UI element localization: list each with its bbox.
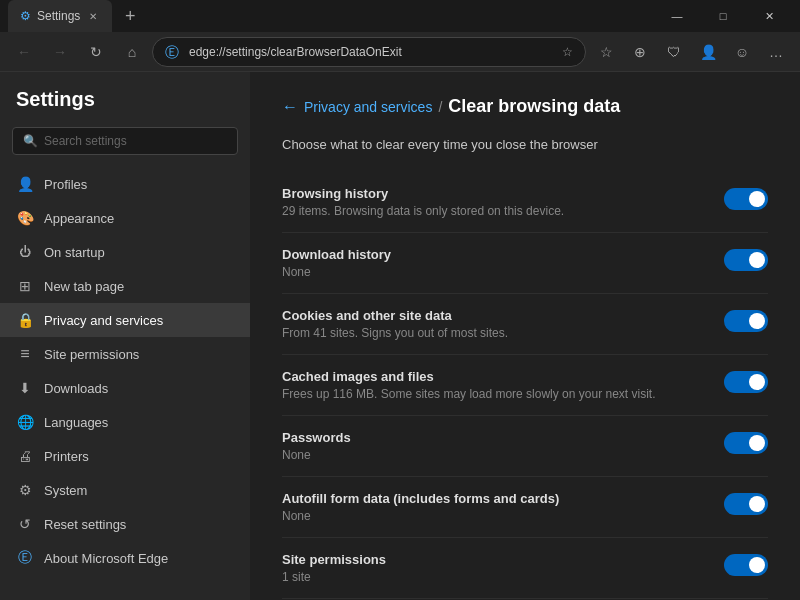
favorites-icon[interactable]: ☆ [590, 36, 622, 68]
page-description: Choose what to clear every time you clos… [282, 137, 768, 152]
setting-text-cached-images: Cached images and files Frees up 116 MB.… [282, 369, 708, 401]
title-bar-left: ⚙ Settings ✕ + [8, 0, 144, 32]
sidebar-item-new-tab[interactable]: ⊞ New tab page [0, 269, 250, 303]
toggle-thumb-autofill [749, 496, 765, 512]
search-icon: 🔍 [23, 134, 38, 148]
sidebar-label-newtab: New tab page [44, 279, 124, 294]
address-bar[interactable]: Ⓔ edge://settings/clearBrowserDataOnExit… [152, 37, 586, 67]
sidebar-item-profiles[interactable]: 👤 Profiles [0, 167, 250, 201]
breadcrumb-back-button[interactable]: ← [282, 98, 298, 116]
toggle-download-history[interactable] [724, 249, 768, 271]
setting-desc-download-history: None [282, 265, 708, 279]
system-icon: ⚙ [16, 481, 34, 499]
toggle-site-permissions[interactable] [724, 554, 768, 576]
sidebar-item-system[interactable]: ⚙ System [0, 473, 250, 507]
nav-bar: ← → ↻ ⌂ Ⓔ edge://settings/clearBrowserDa… [0, 32, 800, 72]
profile-icon[interactable]: 👤 [692, 36, 724, 68]
setting-text-cookies: Cookies and other site data From 41 site… [282, 308, 708, 340]
minimize-button[interactable]: — [654, 0, 700, 32]
sidebar-item-privacy[interactable]: 🔒 Privacy and services [0, 303, 250, 337]
sidebar-label-printers: Printers [44, 449, 89, 464]
breadcrumb-separator: / [438, 99, 442, 115]
sidebar-item-on-startup[interactable]: ⏻ On startup [0, 235, 250, 269]
back-button[interactable]: ← [8, 36, 40, 68]
setting-label-cookies: Cookies and other site data [282, 308, 708, 323]
sidebar-label-about: About Microsoft Edge [44, 551, 168, 566]
setting-text-autofill: Autofill form data (includes forms and c… [282, 491, 708, 523]
toggle-passwords[interactable] [724, 432, 768, 454]
setting-desc-cached-images: Frees up 116 MB. Some sites may load mor… [282, 387, 708, 401]
newtab-icon: ⊞ [16, 277, 34, 295]
setting-item-browsing-history: Browsing history 29 items. Browsing data… [282, 172, 768, 233]
window-controls: — □ ✕ [654, 0, 792, 32]
setting-label-site-permissions: Site permissions [282, 552, 708, 567]
setting-item-cookies: Cookies and other site data From 41 site… [282, 294, 768, 355]
sidebar-item-reset[interactable]: ↺ Reset settings [0, 507, 250, 541]
settings-more-icon[interactable]: … [760, 36, 792, 68]
setting-desc-cookies: From 41 sites. Signs you out of most sit… [282, 326, 708, 340]
feedback-icon[interactable]: ☺ [726, 36, 758, 68]
setting-label-browsing-history: Browsing history [282, 186, 708, 201]
toggle-cookies[interactable] [724, 310, 768, 332]
startup-icon: ⏻ [16, 243, 34, 261]
url-display: edge://settings/clearBrowserDataOnExit [189, 45, 554, 59]
sidebar-label-system: System [44, 483, 87, 498]
setting-label-download-history: Download history [282, 247, 708, 262]
sidebar-label-downloads: Downloads [44, 381, 108, 396]
forward-button[interactable]: → [44, 36, 76, 68]
sidebar-label-profiles: Profiles [44, 177, 87, 192]
search-settings-box[interactable]: 🔍 Search settings [12, 127, 238, 155]
browser-essentials-icon[interactable]: 🛡 [658, 36, 690, 68]
new-tab-button[interactable]: + [116, 2, 144, 30]
close-button[interactable]: ✕ [746, 0, 792, 32]
about-edge-icon: Ⓔ [16, 549, 34, 567]
home-button[interactable]: ⌂ [116, 36, 148, 68]
sidebar-item-appearance[interactable]: 🎨 Appearance [0, 201, 250, 235]
breadcrumb-privacy-link[interactable]: Privacy and services [304, 99, 432, 115]
setting-label-passwords: Passwords [282, 430, 708, 445]
setting-item-site-permissions: Site permissions 1 site [282, 538, 768, 599]
sidebar-item-site-permissions[interactable]: ≡ Site permissions [0, 337, 250, 371]
toggle-autofill[interactable] [724, 493, 768, 515]
title-bar: ⚙ Settings ✕ + — □ ✕ [0, 0, 800, 32]
page-title: Clear browsing data [448, 96, 620, 117]
sidebar-label-reset: Reset settings [44, 517, 126, 532]
sidebar-title: Settings [0, 88, 250, 127]
setting-label-cached-images: Cached images and files [282, 369, 708, 384]
sidebar-item-printers[interactable]: 🖨 Printers [0, 439, 250, 473]
setting-text-site-permissions: Site permissions 1 site [282, 552, 708, 584]
setting-desc-site-permissions: 1 site [282, 570, 708, 584]
setting-item-passwords: Passwords None [282, 416, 768, 477]
sidebar-label-site-permissions: Site permissions [44, 347, 139, 362]
maximize-button[interactable]: □ [700, 0, 746, 32]
toggle-thumb-cookies [749, 313, 765, 329]
tab-bar: ⚙ Settings ✕ + [8, 0, 144, 32]
sidebar-item-downloads[interactable]: ⬇ Downloads [0, 371, 250, 405]
toggle-browsing-history[interactable] [724, 188, 768, 210]
edge-logo-icon: Ⓔ [165, 44, 181, 60]
star-icon[interactable]: ☆ [562, 45, 573, 59]
sidebar-item-languages[interactable]: 🌐 Languages [0, 405, 250, 439]
collections-icon[interactable]: ⊕ [624, 36, 656, 68]
sidebar: Settings 🔍 Search settings 👤 Profiles 🎨 … [0, 72, 250, 600]
setting-text-download-history: Download history None [282, 247, 708, 279]
tab-close-button[interactable]: ✕ [86, 9, 100, 23]
sidebar-label-privacy: Privacy and services [44, 313, 163, 328]
profiles-icon: 👤 [16, 175, 34, 193]
setting-item-cached-images: Cached images and files Frees up 116 MB.… [282, 355, 768, 416]
setting-desc-autofill: None [282, 509, 708, 523]
refresh-button[interactable]: ↻ [80, 36, 112, 68]
languages-icon: 🌐 [16, 413, 34, 431]
printers-icon: 🖨 [16, 447, 34, 465]
setting-desc-browsing-history: 29 items. Browsing data is only stored o… [282, 204, 708, 218]
settings-list: Browsing history 29 items. Browsing data… [282, 172, 768, 600]
setting-text-passwords: Passwords None [282, 430, 708, 462]
toggle-cached-images[interactable] [724, 371, 768, 393]
search-placeholder: Search settings [44, 134, 127, 148]
sidebar-label-languages: Languages [44, 415, 108, 430]
setting-item-download-history: Download history None [282, 233, 768, 294]
toggle-thumb-site-permissions [749, 557, 765, 573]
sidebar-item-about[interactable]: Ⓔ About Microsoft Edge [0, 541, 250, 575]
settings-tab[interactable]: ⚙ Settings ✕ [8, 0, 112, 32]
main-layout: Settings 🔍 Search settings 👤 Profiles 🎨 … [0, 72, 800, 600]
